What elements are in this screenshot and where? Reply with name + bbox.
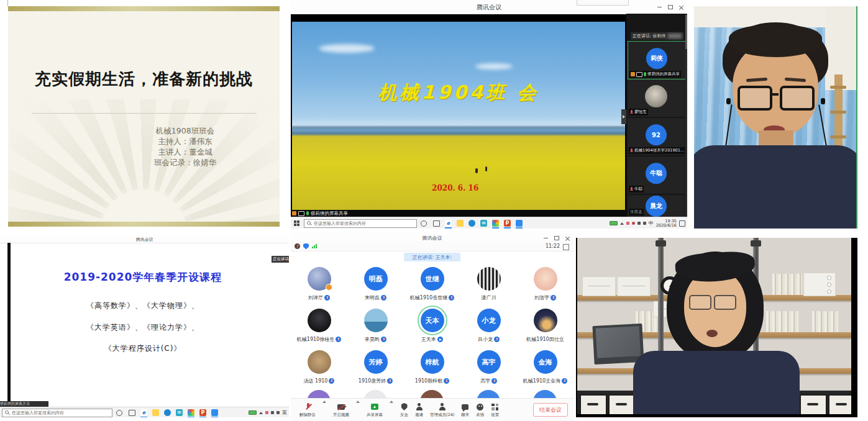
- powerpoint-icon[interactable]: P: [504, 220, 511, 227]
- maximize-icon[interactable]: [554, 236, 559, 240]
- participant-tile[interactable]: 刘谭厅: [291, 267, 347, 308]
- mic-tray-icon[interactable]: [637, 222, 641, 225]
- participant-tile[interactable]: 汤达 1910: [291, 350, 347, 391]
- minimize-icon[interactable]: [544, 238, 548, 238]
- taskbar-search-input[interactable]: 在这里输入你要搜索的内容: [304, 219, 417, 228]
- mail-icon[interactable]: ✉: [480, 220, 487, 227]
- participant-name: 高宇: [480, 378, 490, 384]
- start-video-button[interactable]: 开启视频: [333, 403, 349, 418]
- manage-members-button[interactable]: 管理成员(24): [430, 403, 454, 418]
- ime-indicator[interactable]: 英: [282, 409, 287, 416]
- minimize-icon[interactable]: [657, 7, 662, 7]
- webcam-photo-male-student: [694, 6, 857, 229]
- participant-tile[interactable]: 明磊 朱明磊: [347, 267, 404, 308]
- window-titlebar[interactable]: 腾讯会议: [0, 235, 289, 243]
- tray-expand-icon[interactable]: [620, 222, 624, 225]
- slide-top-bar: [8, 6, 280, 11]
- sidebar-expand-handle[interactable]: [621, 109, 626, 124]
- invite-button[interactable]: 邀请: [415, 403, 423, 418]
- mic-off-icon: [630, 187, 633, 191]
- participant-avatar: [534, 309, 557, 332]
- task-view-icon[interactable]: [129, 410, 135, 416]
- blurred-name: [668, 34, 682, 38]
- mic-options-icon[interactable]: [322, 401, 326, 403]
- participant-avatar: [308, 350, 331, 374]
- participant-tile-speaking[interactable]: 天本 王天本: [404, 309, 460, 350]
- edge-icon[interactable]: e: [140, 409, 147, 416]
- video-tile[interactable]: 牛聪 牛聪: [628, 156, 685, 194]
- powerpoint-icon[interactable]: P: [199, 409, 206, 416]
- participant-name: 1910唐芳婷: [359, 378, 386, 384]
- cortana-icon[interactable]: [421, 220, 427, 227]
- unmute-button[interactable]: 解除静音: [299, 403, 316, 418]
- volume-icon[interactable]: [276, 411, 280, 414]
- clock-app-icon[interactable]: [468, 220, 475, 227]
- share-screen-button[interactable]: 共享屏幕: [367, 403, 383, 418]
- mail-icon[interactable]: ✉: [176, 409, 183, 416]
- end-meeting-button[interactable]: 结束会议: [533, 403, 568, 417]
- tencent-meeting-icon[interactable]: [211, 409, 218, 416]
- participant-name: 王天本: [421, 336, 436, 343]
- close-icon[interactable]: [679, 5, 683, 9]
- settings-button[interactable]: 设置: [491, 403, 499, 418]
- slide-bottom-bar: [8, 222, 280, 227]
- system-tray: 英: [249, 409, 289, 416]
- file-explorer-icon[interactable]: [152, 409, 159, 416]
- photos-icon[interactable]: [492, 220, 499, 227]
- clock-app-icon[interactable]: [164, 409, 171, 416]
- close-icon[interactable]: [565, 236, 570, 240]
- participant-tile[interactable]: 刘浩宇: [517, 267, 573, 308]
- participant-tile[interactable]: 机械1910徐桂生: [291, 309, 347, 350]
- participant-tile[interactable]: 金海 机械1910王金海: [517, 350, 573, 391]
- participant-tile[interactable]: 漆广川: [460, 267, 517, 308]
- tray-app-icon[interactable]: [626, 222, 629, 225]
- course-line: 《大学英语》、《理论力学》、: [12, 322, 273, 333]
- participant-tile[interactable]: 世继 机械1910岳世继: [404, 267, 460, 308]
- chat-button[interactable]: 聊天: [461, 403, 469, 418]
- start-button-icon[interactable]: [294, 220, 300, 227]
- participant-tile[interactable]: 小龙 吕小龙: [460, 309, 517, 350]
- file-explorer-icon[interactable]: [457, 220, 464, 227]
- participant-tile[interactable]: 梓航 1910殷梓航: [404, 350, 460, 391]
- window-titlebar[interactable]: 腾讯会议: [291, 233, 573, 242]
- volume-icon[interactable]: [643, 222, 646, 225]
- participant-tile[interactable]: 高宇 高宇: [460, 350, 517, 391]
- emoji-button[interactable]: 表情: [476, 403, 484, 418]
- security-shield-icon[interactable]: [303, 243, 309, 250]
- info-icon[interactable]: !: [295, 243, 300, 249]
- action-center-icon[interactable]: [679, 220, 685, 227]
- tray-expand-icon[interactable]: [259, 412, 263, 414]
- video-options-icon[interactable]: [356, 401, 360, 403]
- participant-tile[interactable]: 机械1910田仕立: [517, 309, 573, 350]
- video-tile[interactable]: 92 机械1904张天宇201901…: [628, 118, 685, 155]
- ime-indicator[interactable]: 中: [649, 220, 654, 227]
- video-tile[interactable]: 晨龙 水晨龙: [628, 195, 685, 217]
- edge-artifact: [856, 6, 857, 229]
- taskbar-search-input[interactable]: 在这里输入你要搜索的内容: [2, 409, 112, 417]
- mic-tray-icon[interactable]: [271, 411, 274, 414]
- mic-on-icon: [644, 72, 646, 76]
- tray-app-icon[interactable]: [632, 222, 635, 225]
- maximize-icon[interactable]: [668, 5, 673, 9]
- battery-icon: [249, 410, 257, 415]
- fullscreen-icon[interactable]: [563, 244, 569, 250]
- taskbar-clock[interactable]: 19:35 2020/6/16: [656, 219, 677, 228]
- video-tile[interactable]: 廖恒元: [628, 79, 685, 117]
- video-tile[interactable]: 莉侠 侯莉侠的屏幕共享: [628, 41, 686, 79]
- participant-tile[interactable]: 李昊昀: [347, 309, 404, 350]
- security-button[interactable]: 安全: [400, 403, 408, 418]
- tray-app-icon[interactable]: [265, 411, 268, 414]
- share-options-icon[interactable]: [390, 401, 393, 403]
- edge-icon[interactable]: e: [445, 220, 452, 227]
- laptop: [592, 324, 644, 364]
- course-line: 《高等数学》、《大学物理》、: [12, 301, 273, 311]
- task-view-icon[interactable]: [433, 220, 440, 227]
- participant-name: 漆广川: [482, 294, 496, 301]
- sidebar-scrollbar[interactable]: [685, 14, 687, 217]
- photos-icon[interactable]: [188, 409, 194, 416]
- tencent-meeting-window-gallery: 腾讯会议 ! 11:22 正在讲话: 王天本: 刘谭厅: [291, 233, 573, 421]
- cortana-icon[interactable]: [116, 410, 122, 416]
- tencent-meeting-icon[interactable]: [516, 220, 523, 227]
- windows-taskbar: 在这里输入你要搜索的内容 e ✉ P 中 19:35 2020/6/1: [291, 217, 687, 229]
- participant-tile[interactable]: 芳婷 1910唐芳婷: [347, 350, 404, 391]
